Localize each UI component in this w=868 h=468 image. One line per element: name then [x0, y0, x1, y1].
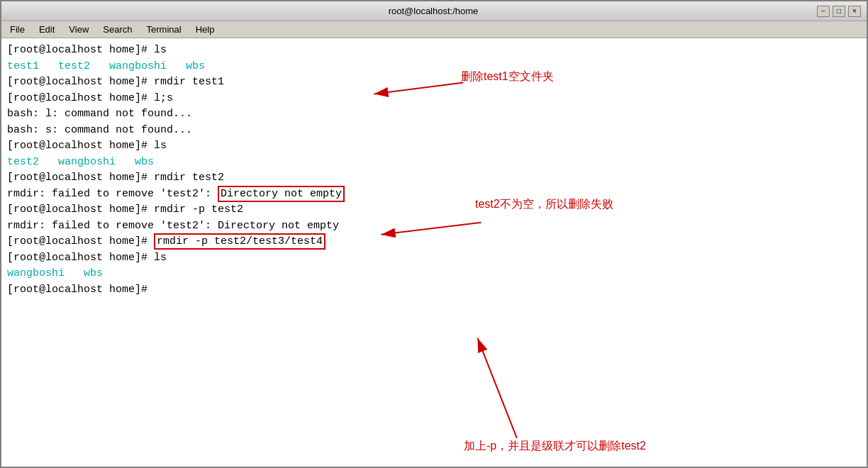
- line-8: test2 wangboshi wbs: [7, 155, 861, 171]
- line-7: [root@localhost home]# ls: [7, 138, 861, 155]
- line-1: [root@localhost home]# ls: [7, 43, 861, 59]
- svg-line-5: [477, 338, 516, 438]
- line-14: [root@localhost home]# ls: [7, 250, 861, 267]
- cyan-text-3: wangboshi wbs: [7, 267, 103, 279]
- line-5: bash: l: command not found...: [7, 106, 861, 123]
- command-highlight-1: rmdir -p test2/test3/test4: [154, 233, 326, 250]
- line-4: [root@localhost home]# l;s: [7, 91, 861, 107]
- line-16: [root@localhost home]#: [7, 282, 861, 299]
- menu-bar: File Edit View Search Terminal Help: [1, 21, 867, 38]
- title-bar: root@localhost:/home − □ ×: [1, 1, 867, 21]
- line-6: bash: s: command not found...: [7, 123, 861, 139]
- cyan-text-2: test2 wangboshi wbs: [7, 156, 154, 168]
- line-2: test1 test2 wangboshi wbs: [7, 59, 861, 75]
- menu-view[interactable]: View: [63, 23, 94, 36]
- window-controls: − □ ×: [817, 6, 861, 17]
- terminal-output: [root@localhost home]# ls test1 test2 wa…: [7, 43, 861, 298]
- line-13: [root@localhost home]# rmdir -p test2/te…: [7, 234, 861, 250]
- menu-edit[interactable]: Edit: [33, 23, 60, 36]
- annotation-1: 删除test1空文件夹: [461, 69, 554, 84]
- line-15: wangboshi wbs: [7, 266, 861, 282]
- line-10: rmdir: failed to remove 'test2': Directo…: [7, 186, 861, 203]
- cyan-text-1: test1 test2 wangboshi wbs: [7, 60, 205, 72]
- window-title: root@localhost:/home: [50, 6, 817, 16]
- menu-help[interactable]: Help: [190, 23, 221, 36]
- menu-search[interactable]: Search: [97, 23, 138, 36]
- terminal-body[interactable]: [root@localhost home]# ls test1 test2 wa…: [1, 38, 867, 467]
- line-3: [root@localhost home]# rmdir test1: [7, 74, 861, 91]
- line-11: [root@localhost home]# rmdir -p test2: [7, 202, 861, 218]
- close-button[interactable]: ×: [848, 6, 861, 17]
- annotation-3: 加上-p，并且是级联才可以删除test2: [464, 439, 646, 454]
- minimize-button[interactable]: −: [817, 6, 830, 17]
- terminal-window: root@localhost:/home − □ × File Edit Vie…: [0, 0, 868, 468]
- line-12: rmdir: failed to remove 'test2': Directo…: [7, 218, 861, 235]
- menu-terminal[interactable]: Terminal: [141, 23, 187, 36]
- restore-button[interactable]: □: [833, 6, 845, 17]
- annotation-2: test2不为空，所以删除失败: [475, 197, 613, 212]
- error-highlight-1: Directory not empty: [218, 186, 345, 202]
- line-9: [root@localhost home]# rmdir test2: [7, 170, 861, 186]
- menu-file[interactable]: File: [4, 23, 30, 36]
